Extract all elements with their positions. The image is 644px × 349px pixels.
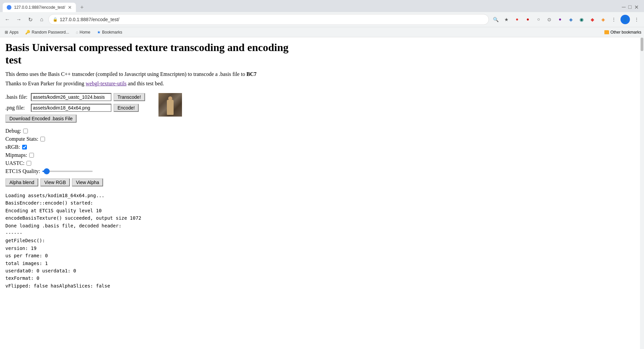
log-line: BasisEncoder::encode() started: [5, 199, 297, 207]
view-rgb-button[interactable]: View RGB [40, 178, 70, 186]
extension-icon-2[interactable]: ● [523, 15, 533, 24]
tab-bar: 127.0.0.1:8887/encode_test/ ✕ + ─ □ ✕ [0, 0, 644, 12]
debug-row: Debug: [5, 128, 145, 134]
other-bookmarks-label: Other bookmarks [610, 30, 641, 35]
log-line: encodeBasisTexture() succeeded, output s… [5, 214, 297, 222]
menu-button[interactable]: ⋮ [632, 15, 641, 24]
log-line: getFileDesc(): [5, 237, 297, 244]
star-icon[interactable]: ★ [502, 15, 511, 24]
extension-icon-9[interactable]: ◈ [598, 15, 608, 24]
png-file-input[interactable] [31, 104, 111, 112]
profile-icon[interactable]: 👤 [620, 15, 630, 24]
download-button[interactable]: Download Encoded .basis File [5, 115, 77, 123]
uastc-checkbox[interactable] [27, 161, 31, 166]
download-row: Download Encoded .basis File [5, 115, 145, 125]
basis-file-label: .basis file: [5, 94, 29, 100]
page-content: Basis Universal compressed texture trans… [0, 37, 302, 294]
settings-icon[interactable]: ⋮ [609, 15, 618, 24]
address-bar[interactable]: 🔒 127.0.0.1:8887/encode_test/ [48, 14, 489, 25]
view-alpha-button[interactable]: View Alpha [72, 178, 103, 186]
png-file-label: .png file: [5, 105, 29, 111]
basis-file-input[interactable] [31, 93, 111, 101]
transcode-button[interactable]: Transcode! [113, 93, 145, 101]
mipmaps-row: Mipmaps: [5, 152, 145, 158]
forward-button[interactable]: → [14, 15, 24, 24]
form-section: .basis file: Transcode! .png file: Encod… [5, 93, 297, 192]
random-password-icon: 🔑 [25, 30, 30, 35]
preview-image [158, 93, 182, 117]
etc1s-quality-row: ETC1S Quality: [5, 168, 145, 174]
tab-title: 127.0.0.1:8887/encode_test/ [14, 5, 65, 10]
srgb-label: sRGB: [5, 144, 20, 150]
extension-icon-5[interactable]: ● [555, 15, 565, 24]
bookmark-apps[interactable]: ⊞ Apps [3, 29, 20, 35]
home-label: Home [80, 30, 90, 35]
form-left: .basis file: Transcode! .png file: Encod… [5, 93, 145, 192]
log-line: total images: 1 [5, 260, 297, 267]
log-line: us per frame: 0 [5, 252, 297, 259]
bookmark-bookmarks[interactable]: ★ Bookmarks [95, 29, 124, 35]
lock-icon: 🔒 [53, 17, 58, 22]
srgb-row: sRGB: [5, 144, 145, 150]
bookmarks-label: Bookmarks [102, 30, 122, 35]
view-buttons: Alpha blend View RGB View Alpha [5, 178, 145, 186]
extension-icon-1[interactable]: ● [512, 15, 522, 24]
log-section: Loading assets/kodim18_64x64.png...Basis… [5, 192, 297, 290]
log-line: userdata0: 0 userdata1: 0 [5, 267, 297, 274]
image-figure-body [167, 100, 174, 115]
random-password-label: Random Password... [32, 30, 69, 35]
reload-button[interactable]: ↻ [26, 15, 35, 24]
folder-icon [604, 30, 609, 34]
description-line-2: Thanks to Evan Parker for providing webg… [5, 80, 297, 88]
extension-icon-4[interactable]: ⊙ [545, 15, 554, 24]
scrollbar[interactable] [640, 37, 644, 294]
etc1s-quality-label: ETC1S Quality: [5, 168, 40, 174]
log-line: ------ [5, 229, 297, 237]
scrollbar-thumb[interactable] [641, 38, 643, 51]
extension-icon-6[interactable]: ◈ [566, 15, 576, 24]
extension-icon-8[interactable]: ◆ [588, 15, 597, 24]
apps-label: Apps [9, 30, 18, 35]
log-line: Done loading .basis file, decoded header… [5, 222, 297, 229]
extension-icon-3[interactable]: ○ [534, 15, 543, 24]
extension-icon-7[interactable]: ◉ [577, 15, 586, 24]
home-icon: ⌂ [76, 30, 78, 35]
mipmaps-label: Mipmaps: [5, 152, 27, 158]
log-line: texFormat: 0 [5, 274, 297, 282]
nav-bar: ← → ↻ ⌂ 🔒 127.0.0.1:8887/encode_test/ 🔍 … [0, 12, 644, 27]
back-button[interactable]: ← [3, 15, 12, 24]
window-controls: ─ □ ✕ [622, 3, 641, 10]
search-icon[interactable]: 🔍 [491, 15, 500, 24]
maximize-button[interactable]: □ [628, 4, 632, 10]
bookmarks-star-icon: ★ [97, 30, 101, 35]
mipmaps-checkbox[interactable] [29, 153, 34, 158]
log-line: version: 19 [5, 245, 297, 252]
active-tab[interactable]: 127.0.0.1:8887/encode_test/ ✕ [3, 3, 76, 12]
srgb-checkbox[interactable] [22, 145, 27, 149]
other-bookmarks[interactable]: Other bookmarks [604, 30, 641, 35]
bookmarks-bar: ⊞ Apps 🔑 Random Password... ⌂ Home ★ Boo… [0, 27, 644, 37]
png-file-row: .png file: Encode! [5, 104, 145, 112]
log-line: Loading assets/kodim18_64x64.png... [5, 192, 297, 199]
home-button[interactable]: ⌂ [37, 15, 46, 24]
address-text: 127.0.0.1:8887/encode_test/ [60, 17, 485, 22]
compute-stats-checkbox[interactable] [40, 137, 45, 141]
minimize-button[interactable]: ─ [622, 4, 626, 10]
basis-file-row: .basis file: Transcode! [5, 93, 145, 101]
encode-button[interactable]: Encode! [113, 104, 139, 112]
tab-close-button[interactable]: ✕ [68, 5, 72, 10]
new-tab-button[interactable]: + [77, 3, 87, 12]
bookmark-home[interactable]: ⌂ Home [74, 29, 92, 35]
webgl-link[interactable]: webgl-texture-utils [86, 81, 127, 86]
bookmark-random-password[interactable]: 🔑 Random Password... [23, 29, 71, 35]
close-window-button[interactable]: ✕ [634, 4, 639, 10]
etc1s-quality-slider[interactable] [42, 171, 93, 172]
debug-label: Debug: [5, 128, 21, 134]
apps-grid-icon: ⊞ [5, 30, 8, 35]
debug-checkbox[interactable] [23, 129, 28, 133]
tab-favicon [7, 5, 11, 10]
uastc-row: UASTC: [5, 160, 145, 166]
browser-toolbar: 🔍 ★ ● ● ○ ⊙ ● ◈ ◉ ◆ ◈ ⋮ [491, 15, 618, 24]
alpha-blend-button[interactable]: Alpha blend [5, 178, 38, 186]
compute-stats-row: Compute Stats: [5, 136, 145, 142]
